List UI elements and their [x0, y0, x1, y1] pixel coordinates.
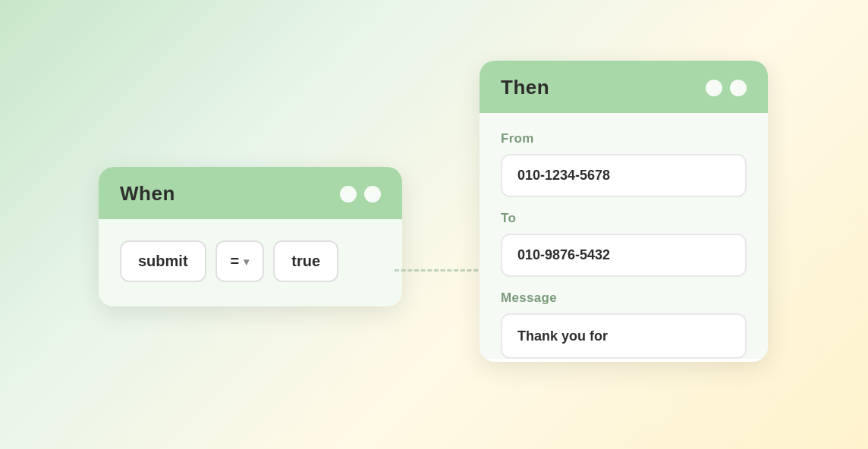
to-section: To 010-9876-5432 [501, 211, 747, 277]
condition-row: submit = ▾ true [120, 240, 381, 282]
canvas: When submit = ▾ true Then [0, 0, 868, 449]
when-card-title: When [120, 182, 175, 206]
from-section: From 010-1234-5678 [501, 131, 747, 197]
operator-chevron-icon: ▾ [244, 256, 249, 268]
then-card-header: Then [480, 61, 768, 113]
then-dot-1 [706, 80, 722, 96]
then-card-title: Then [501, 76, 549, 99]
then-card-body: From 010-1234-5678 To 010-9876-5432 Mess… [480, 113, 768, 359]
when-card-body: submit = ▾ true [99, 219, 402, 306]
then-card: Then From 010-1234-5678 To 010-9876-5432… [480, 61, 768, 362]
when-card-dots [340, 186, 381, 203]
condition-operator[interactable]: = ▾ [215, 240, 265, 282]
message-input[interactable]: Thank you for [501, 313, 747, 359]
from-label: From [501, 131, 747, 146]
connector [395, 269, 478, 272]
message-section: Message Thank you for [501, 290, 747, 359]
when-dot-2 [364, 186, 381, 203]
condition-field[interactable]: submit [120, 240, 206, 282]
to-label: To [501, 211, 747, 226]
message-label: Message [501, 290, 747, 306]
then-dot-2 [730, 80, 747, 96]
connector-line [395, 269, 478, 272]
when-card: When submit = ▾ true [99, 167, 402, 306]
condition-value[interactable]: true [273, 240, 338, 282]
when-dot-1 [340, 186, 357, 203]
when-card-header: When [99, 167, 402, 219]
then-card-dots [706, 80, 747, 96]
from-input[interactable]: 010-1234-5678 [501, 154, 747, 197]
to-input[interactable]: 010-9876-5432 [501, 234, 747, 277]
